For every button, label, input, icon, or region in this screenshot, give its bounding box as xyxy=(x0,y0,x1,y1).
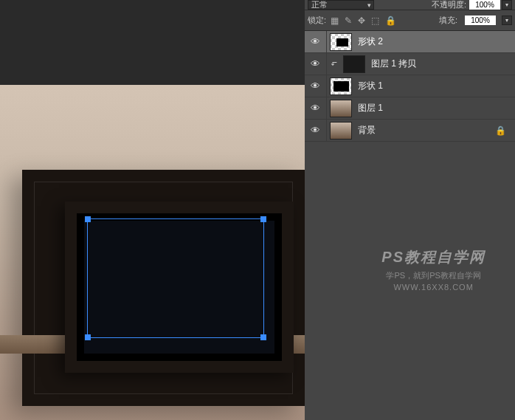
layer-thumbnail[interactable] xyxy=(343,55,365,73)
layer-thumbnail[interactable] xyxy=(330,122,352,140)
eye-icon: 👁 xyxy=(311,36,320,47)
lock-pixels-icon[interactable]: ✎ xyxy=(345,16,352,26)
lock-icons-group: ▦ ✎ ✥ ⬚ 🔒 xyxy=(331,16,396,26)
layer-row[interactable]: 👁 ↳ 图层 1 拷贝 xyxy=(305,53,515,75)
visibility-toggle[interactable]: 👁 xyxy=(305,120,327,141)
layer-name[interactable]: 形状 2 xyxy=(358,35,383,48)
fill-input[interactable]: 100% xyxy=(465,16,496,25)
lock-transparent-icon[interactable]: ▦ xyxy=(331,16,339,26)
watermark-url: WWW.16XX8.COM xyxy=(381,283,485,292)
lock-icon: 🔒 xyxy=(495,125,506,136)
picture-frame-inner xyxy=(65,202,294,373)
layer-row[interactable]: 👁 形状 2 xyxy=(305,31,515,53)
blend-mode-select[interactable]: 正常 xyxy=(308,0,374,10)
panel-options-row-2: 锁定: ▦ ✎ ✥ ⬚ 🔒 填充: 100% ▾ xyxy=(305,10,515,31)
layer-name[interactable]: 背景 xyxy=(358,124,376,137)
layer-thumbnail[interactable] xyxy=(330,78,352,95)
layers-list: 👁 形状 2 👁 ↳ 图层 1 拷贝 👁 形状 1 👁 xyxy=(305,31,515,142)
layer-name[interactable]: 形状 1 xyxy=(358,80,383,92)
opacity-input[interactable]: 100% xyxy=(469,0,500,10)
watermark-subtitle: 学PS，就到PS教程自学网 xyxy=(381,270,485,281)
fill-label: 填充: xyxy=(439,15,457,26)
visibility-toggle[interactable]: 👁 xyxy=(305,31,327,52)
layer-thumbnail[interactable] xyxy=(330,100,352,117)
eye-icon: 👁 xyxy=(311,80,320,92)
layer-name[interactable]: 图层 1 拷贝 xyxy=(371,58,416,70)
lock-artboard-icon[interactable]: ⬚ xyxy=(371,16,379,26)
canvas-area[interactable] xyxy=(0,0,305,420)
clip-mask-icon: ↳ xyxy=(330,61,338,68)
watermark-title: PS教程自学网 xyxy=(381,247,485,267)
fill-dropdown[interactable]: ▾ xyxy=(502,16,512,25)
layer-thumbnail[interactable] xyxy=(330,33,352,51)
visibility-toggle[interactable]: 👁 xyxy=(305,75,327,97)
layer-row[interactable]: 👁 背景 🔒 xyxy=(305,120,515,142)
lock-position-icon[interactable]: ✥ xyxy=(358,16,365,26)
opacity-dropdown[interactable]: ▾ xyxy=(502,0,512,10)
eye-icon: 👁 xyxy=(311,125,320,136)
lock-all-icon[interactable]: 🔒 xyxy=(385,16,396,26)
layer-row[interactable]: 👁 图层 1 xyxy=(305,97,515,120)
layer-row[interactable]: 👁 形状 1 xyxy=(305,75,515,97)
opacity-label: 不透明度: xyxy=(432,0,466,10)
frame-inner-black xyxy=(84,221,274,354)
layer-name[interactable]: 图层 1 xyxy=(358,102,383,114)
blend-mode-value: 正常 xyxy=(311,0,328,10)
visibility-toggle[interactable]: 👁 xyxy=(305,53,327,75)
panel-options-row-1: 正常 不透明度: 100% ▾ xyxy=(305,0,515,10)
canvas-image[interactable] xyxy=(0,85,305,420)
canvas-empty-top xyxy=(0,0,305,85)
lock-label: 锁定: xyxy=(308,15,326,26)
watermark: PS教程自学网 学PS，就到PS教程自学网 WWW.16XX8.COM xyxy=(381,247,485,292)
eye-icon: 👁 xyxy=(311,103,320,114)
layers-panel: 正常 不透明度: 100% ▾ 锁定: ▦ ✎ ✥ ⬚ 🔒 填充: 100% ▾… xyxy=(305,0,515,420)
eye-icon: 👁 xyxy=(311,58,320,69)
visibility-toggle[interactable]: 👁 xyxy=(305,97,327,119)
